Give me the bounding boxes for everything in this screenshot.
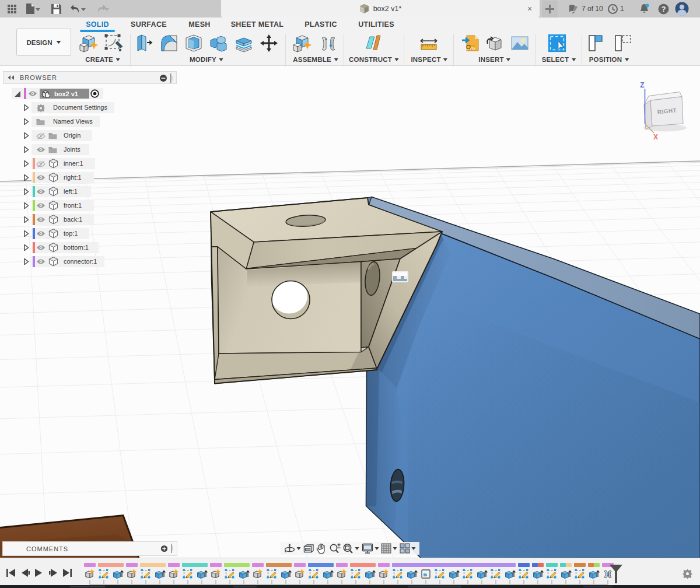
timeline-feature-component[interactable]: [378, 568, 390, 580]
canvas-button[interactable]: [510, 33, 530, 54]
timeline-feature-sketch[interactable]: [266, 568, 278, 580]
ribbon-group-position[interactable]: POSITION: [589, 56, 629, 63]
expand-arrow-icon[interactable]: [23, 230, 29, 237]
play-button[interactable]: [33, 568, 45, 578]
visibility-eye-icon[interactable]: [36, 202, 46, 209]
visibility-eye-icon[interactable]: [36, 188, 46, 195]
timeline-feature-sketch[interactable]: [434, 568, 446, 580]
expand-arrow-icon[interactable]: [23, 174, 29, 181]
timeline-feature-sketch[interactable]: [546, 568, 558, 580]
visibility-eye-icon[interactable]: [36, 258, 46, 265]
timeline-feature-extrude[interactable]: [364, 568, 376, 580]
expand-arrow-icon[interactable]: [23, 132, 29, 139]
timeline-feature-extrude[interactable]: [560, 568, 572, 580]
timeline-feature-component[interactable]: [294, 568, 306, 580]
timeline-feature-extrude[interactable]: [112, 568, 124, 580]
timeline-feature-sketch[interactable]: [462, 568, 474, 580]
timeline-feature-extrude[interactable]: [406, 568, 418, 580]
ribbon-tab-plastic[interactable]: PLASTIC: [304, 20, 337, 29]
timeline-feature-sketch[interactable]: [308, 568, 320, 580]
visibility-eye-icon[interactable]: [36, 174, 46, 181]
avatar[interactable]: [675, 0, 689, 18]
fillet-button[interactable]: [159, 33, 179, 54]
expand-arrow-icon[interactable]: [13, 90, 22, 98]
new-tab-button[interactable]: [542, 1, 558, 18]
panel-resize-handle-icon[interactable]: [170, 544, 173, 553]
timeline-feature-extrude[interactable]: [280, 568, 292, 580]
grid-settings-button[interactable]: [381, 543, 397, 554]
expand-arrow-icon[interactable]: [23, 244, 29, 251]
visibility-eye-off-icon[interactable]: [36, 160, 46, 168]
visibility-eye-icon[interactable]: [28, 90, 37, 97]
construct-plane-button[interactable]: [364, 33, 384, 54]
version-status[interactable]: 7 of 10: [569, 0, 603, 18]
timeline-feature-component[interactable]: [336, 568, 348, 580]
ribbon-group-insert[interactable]: INSERT: [478, 56, 510, 63]
browser-row-right-1[interactable]: right:1: [0, 172, 187, 183]
browser-row-root[interactable]: box2 v1: [0, 88, 187, 99]
ribbon-tab-sheet-metal[interactable]: SHEET METAL: [231, 20, 284, 29]
document-tab[interactable]: box2 v1* ×: [221, 0, 540, 18]
chevron-down-icon[interactable]: [355, 547, 359, 551]
measure-button[interactable]: [419, 33, 439, 54]
timeline-feature-component[interactable]: [252, 568, 264, 580]
chevron-down-icon[interactable]: [411, 547, 416, 551]
timeline-feature-component[interactable]: [126, 568, 138, 580]
timeline-feature-shell[interactable]: [420, 568, 432, 580]
browser-row-back-1[interactable]: back:1: [0, 214, 187, 225]
step-back-button[interactable]: [19, 568, 31, 578]
timeline-feature-extrude[interactable]: [476, 568, 488, 580]
pan-button[interactable]: [316, 543, 327, 554]
display-settings-button[interactable]: [362, 543, 379, 554]
step-forward-button[interactable]: [47, 568, 59, 578]
timeline-feature-extrude[interactable]: [532, 568, 544, 580]
redo-menu-caret-icon[interactable]: [104, 7, 109, 12]
ribbon-tab-solid[interactable]: SOLID: [86, 20, 109, 29]
minimize-panel-icon[interactable]: [159, 74, 167, 82]
ribbon-tab-utilities[interactable]: UTILITIES: [358, 20, 394, 29]
timeline-feature-extrude[interactable]: [504, 568, 516, 580]
visibility-eye-icon[interactable]: [36, 216, 46, 223]
notifications-button[interactable]: [639, 0, 649, 18]
browser-row-bottom-1[interactable]: bottom:1: [0, 242, 187, 253]
timeline-feature-component[interactable]: [84, 568, 96, 580]
close-document-icon[interactable]: ×: [524, 4, 535, 14]
file-menu-caret-icon[interactable]: [36, 7, 40, 12]
visibility-eye-icon[interactable]: [36, 146, 46, 153]
browser-row-document-settings[interactable]: Document Settings: [0, 102, 187, 113]
browser-row-named-views[interactable]: Named Views: [0, 116, 187, 127]
shell-button[interactable]: [184, 33, 204, 54]
timeline-feature-extrude[interactable]: [196, 568, 208, 580]
timeline-feature-extrude[interactable]: [238, 568, 250, 580]
help-button[interactable]: ?: [658, 0, 669, 18]
insert-svg-button[interactable]: SVG: [461, 33, 481, 54]
expand-arrow-icon[interactable]: [23, 160, 29, 167]
collapse-panel-icon[interactable]: [7, 75, 15, 80]
undo-icon[interactable]: [68, 2, 81, 15]
timeline-feature-sketch[interactable]: [140, 568, 152, 580]
move-button[interactable]: [259, 33, 279, 54]
expand-arrow-icon[interactable]: [23, 118, 29, 125]
fit-button[interactable]: [342, 543, 359, 554]
app-launcher-icon[interactable]: [5, 2, 18, 15]
viewports-button[interactable]: [400, 543, 416, 554]
timeline-feature-extrude[interactable]: [588, 568, 600, 580]
viewport-3d[interactable]: RIGHT Z X BROWSER box2 v1Document Settin: [0, 66, 700, 588]
browser-row-joints[interactable]: Joints: [0, 144, 187, 155]
expand-arrow-icon[interactable]: [23, 188, 29, 195]
ribbon-group-select[interactable]: SELECT: [542, 56, 576, 63]
chevron-down-icon[interactable]: [374, 547, 379, 551]
new-component-button[interactable]: [78, 33, 98, 54]
ribbon-group-construct[interactable]: CONSTRUCT: [349, 56, 399, 63]
browser-row-inner-1[interactable]: inner:1: [0, 158, 187, 169]
timeline-feature-sketch[interactable]: [490, 568, 502, 580]
zoom-button[interactable]: [329, 543, 341, 554]
timeline-feature-sketch[interactable]: [98, 568, 110, 580]
ribbon-group-modify[interactable]: MODIFY: [190, 56, 223, 63]
revert-position-button[interactable]: [613, 33, 633, 54]
browser-row-connector-1[interactable]: connector:1: [0, 256, 187, 267]
press-pull-button[interactable]: [134, 33, 154, 54]
joint-button[interactable]: [318, 33, 338, 54]
capture-position-button[interactable]: [587, 33, 607, 54]
offset-face-button[interactable]: [234, 33, 254, 54]
